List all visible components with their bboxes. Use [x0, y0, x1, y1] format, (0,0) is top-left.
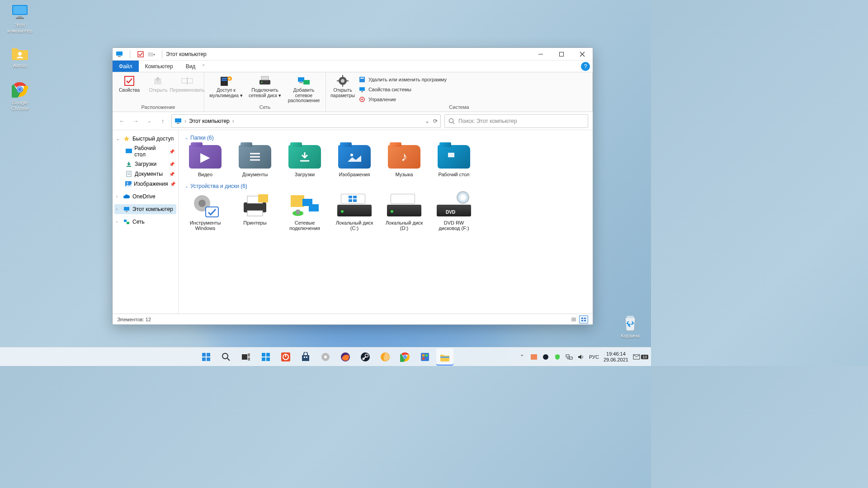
ribbon-manage[interactable]: Управление: [359, 95, 447, 104]
svg-rect-29: [298, 77, 304, 82]
tray-volume-icon[interactable]: [577, 353, 585, 361]
notifications-button[interactable]: 10: [633, 354, 648, 360]
sidebar-item-this-pc[interactable]: ›Этот компьютер: [114, 204, 176, 214]
pin-icon: 📌: [170, 182, 175, 187]
pin-icon: 📌: [169, 172, 175, 177]
svg-rect-44: [175, 118, 181, 122]
explorer-button[interactable]: [436, 348, 453, 366]
ribbon-open-settings[interactable]: Открыть параметры: [330, 74, 356, 98]
tray-clock[interactable]: 19:46:14 29.06.2021: [604, 351, 628, 362]
chrome-button[interactable]: [396, 348, 414, 366]
search-button[interactable]: [217, 348, 235, 366]
titlebar[interactable]: Этот компьютер: [113, 48, 593, 61]
store-button[interactable]: [297, 348, 314, 366]
tray-security-icon[interactable]: [554, 353, 561, 361]
view-large-icons-button[interactable]: [579, 315, 588, 324]
svg-point-66: [198, 200, 206, 207]
svg-rect-99: [262, 357, 265, 361]
monitor-icon: [11, 3, 29, 21]
svg-rect-119: [421, 353, 429, 361]
sidebar-item-pictures[interactable]: Изображения📌: [123, 179, 176, 189]
folder-pictures[interactable]: Изображения: [334, 144, 375, 178]
device-netconn[interactable]: Сетевые подключения: [284, 192, 325, 231]
maximize-button[interactable]: [551, 48, 572, 61]
tray-network-icon[interactable]: [566, 353, 573, 361]
ribbon-add-netloc[interactable]: Добавить сетевое расположение: [286, 74, 322, 103]
download-icon: [125, 160, 132, 168]
desktop-icon-this-pc[interactable]: Этот компьютер: [3, 3, 37, 34]
folder-music[interactable]: ♪Музыка: [384, 144, 425, 178]
ribbon-sysprops[interactable]: Свойства системы: [359, 85, 447, 94]
tab-file[interactable]: Файл: [113, 61, 139, 72]
minimize-button[interactable]: [530, 48, 551, 61]
lines-icon: [239, 145, 271, 169]
folder-dropdown-icon[interactable]: [147, 50, 156, 58]
sidebar-item-quick-access[interactable]: ⌄ Быстрый доступ: [114, 134, 176, 144]
ribbon-collapse-icon[interactable]: ⌃: [202, 64, 205, 69]
tab-view[interactable]: Вид: [179, 61, 202, 72]
taskview-button[interactable]: [237, 348, 255, 366]
refresh-icon[interactable]: ⟳: [433, 118, 438, 124]
tray-language[interactable]: РУС: [589, 354, 599, 360]
device-wintools[interactable]: Инструменты Windows: [185, 192, 226, 231]
ribbon-properties[interactable]: Свойства: [116, 74, 142, 93]
desktop-icon-recycle[interactable]: Корзина: [613, 314, 647, 339]
breadcrumb-segment[interactable]: Этот компьютер: [189, 118, 230, 124]
svg-rect-48: [126, 149, 132, 153]
desktop-icon-admin[interactable]: Admin: [3, 43, 37, 69]
device-dvd[interactable]: DVDDVD RW дисковод (F:): [434, 192, 474, 231]
firefox-icon[interactable]: [337, 348, 354, 366]
desktop-icon-chrome[interactable]: Google Chrome: [3, 80, 37, 112]
sidebar-item-onedrive[interactable]: ›OneDrive: [114, 192, 176, 202]
svg-rect-104: [302, 355, 309, 361]
section-folders[interactable]: ⌄Папки (6): [185, 135, 586, 141]
properties-icon[interactable]: [137, 50, 145, 58]
tab-computer[interactable]: Компьютер: [139, 61, 179, 72]
section-devices[interactable]: ⌄Устройства и диски (6): [185, 183, 586, 189]
address-dropdown-icon[interactable]: ⌄: [425, 118, 429, 124]
svg-rect-90: [202, 357, 206, 361]
nav-recent-dropdown[interactable]: ⌄: [144, 116, 154, 126]
network-drive-icon: [258, 75, 272, 87]
ribbon-map-drive[interactable]: Подключить сетевой диск ▾: [247, 74, 283, 98]
folder-video[interactable]: ▶Видео: [185, 144, 226, 178]
svg-rect-122: [422, 357, 425, 360]
device-printers[interactable]: Принтеры: [235, 192, 275, 231]
recycle-bin-icon: [621, 314, 639, 332]
nav-forward[interactable]: →: [131, 116, 141, 126]
tile-label: Сетевые подключения: [284, 220, 325, 231]
help-button[interactable]: ?: [581, 62, 590, 71]
device-drive-d[interactable]: Локальный диск (D:): [384, 192, 425, 231]
tray-steam-icon[interactable]: [542, 353, 549, 361]
sidebar-label: Изображения: [134, 181, 168, 187]
folder-downloads[interactable]: Загрузки: [284, 144, 325, 178]
device-drive-c[interactable]: Локальный диск (C:): [334, 192, 375, 231]
folder-documents[interactable]: Документы: [235, 144, 275, 178]
ribbon-media-access[interactable]: Доступ к мультимедиа ▾: [208, 74, 244, 98]
ribbon-uninstall[interactable]: Удалить или изменить программу: [359, 75, 447, 84]
svg-rect-84: [581, 318, 583, 319]
tray-overflow-icon[interactable]: ⌃: [519, 353, 526, 361]
sidebar-item-desktop[interactable]: Рабочий стол📌: [123, 144, 176, 159]
view-details-button[interactable]: [569, 315, 578, 324]
address-bar[interactable]: › Этот компьютер › ⌄ ⟳: [171, 114, 441, 128]
folder-desktop[interactable]: Рабочий стол: [434, 144, 474, 178]
svg-point-92: [222, 353, 228, 359]
widgets-button[interactable]: [257, 348, 274, 366]
taskbar-app-misc[interactable]: [416, 348, 434, 366]
start-button[interactable]: [198, 348, 215, 366]
nav-up[interactable]: ↑: [158, 116, 168, 126]
taskbar-app-browser[interactable]: [377, 348, 394, 366]
tray-app-icon[interactable]: [530, 353, 538, 361]
taskbar-app-1[interactable]: [277, 348, 294, 366]
search-input[interactable]: Поиск: Этот компьютер: [444, 114, 588, 128]
close-button[interactable]: [572, 48, 593, 61]
taskbar-app-disc[interactable]: [317, 348, 334, 366]
sidebar-item-network[interactable]: ›Сеть: [114, 217, 176, 227]
nav-back[interactable]: ←: [117, 116, 127, 126]
sidebar-item-downloads[interactable]: Загрузки📌: [123, 159, 176, 169]
svg-rect-94: [242, 354, 247, 360]
steam-icon[interactable]: [357, 348, 374, 366]
sidebar-item-documents[interactable]: Документы📌: [123, 169, 176, 179]
svg-rect-23: [222, 78, 227, 79]
